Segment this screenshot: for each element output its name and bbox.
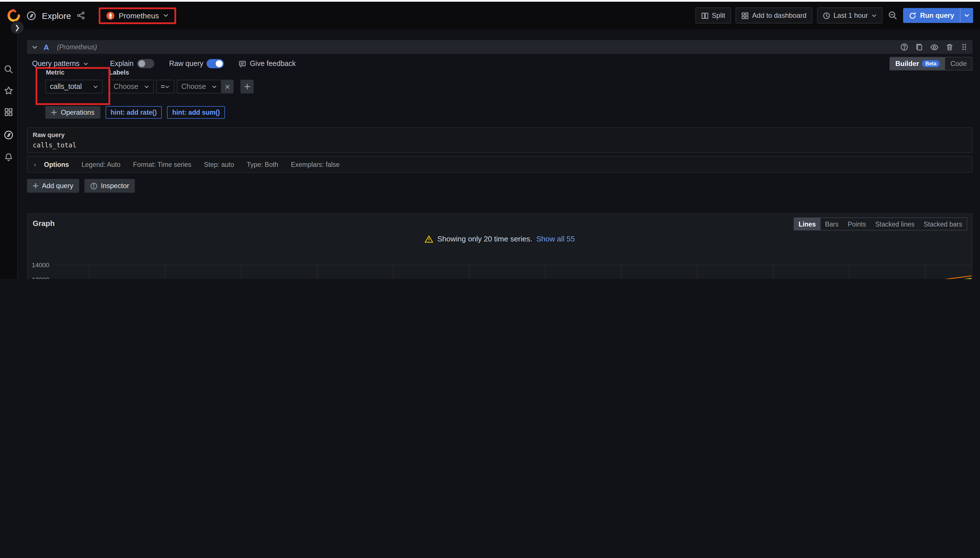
graph-mode-lines[interactable]: Lines (794, 218, 821, 230)
raw-query-label: Raw query (33, 131, 967, 138)
time-series-chart[interactable]: 0200040006000800010000120001400023:2523:… (28, 252, 973, 279)
split-button[interactable]: Split (695, 7, 731, 23)
label-operator-select[interactable]: = (156, 80, 174, 94)
chevron-down-icon (93, 84, 98, 89)
left-sidebar (0, 29, 18, 279)
remove-label-filter-button[interactable] (222, 80, 233, 94)
explore-icon[interactable] (4, 130, 13, 140)
beta-badge: Beta (922, 60, 940, 67)
chevron-down-icon (964, 13, 970, 18)
builder-mode-button[interactable]: Builder Beta (890, 57, 945, 70)
operations-row: Operations hint: add rate() hint: add su… (45, 106, 390, 119)
chevron-down-icon (212, 84, 217, 89)
raw-query-value: calls_total (33, 141, 967, 149)
chevron-down-icon (165, 84, 170, 89)
graph-mode-points[interactable]: Points (843, 218, 871, 230)
run-query-dropdown[interactable] (960, 8, 973, 23)
code-mode-button[interactable]: Code (945, 57, 972, 70)
svg-text:12000: 12000 (32, 276, 49, 279)
show-all-series-link[interactable]: Show all 55 (536, 235, 575, 243)
collapse-chevron-icon (31, 44, 38, 50)
hint-add-sum-button[interactable]: hint: add sum() (167, 106, 225, 119)
zoom-out-icon (888, 11, 897, 20)
query-ref-id: A (44, 43, 49, 51)
chevron-down-icon (163, 13, 169, 18)
plus-icon (33, 183, 38, 189)
add-query-button[interactable]: Add query (27, 179, 79, 193)
plus-icon (51, 110, 57, 115)
info-circle-icon (90, 182, 97, 190)
graph-panel-title: Graph (33, 219, 55, 228)
time-range-picker[interactable]: Last 1 hour (817, 7, 882, 23)
graph-panel: Graph LinesBarsPointsStacked linesStacke… (27, 213, 973, 279)
apps-icon (741, 12, 749, 19)
metric-field-label: Metric (46, 69, 64, 76)
refresh-icon (909, 12, 916, 19)
grafana-explore-page: Explore Prometheus (0, 0, 980, 279)
share-icon[interactable] (77, 11, 85, 20)
option-type: Type: Both (247, 161, 278, 168)
graph-mode-stacked-bars[interactable]: Stacked bars (919, 218, 967, 230)
graph-mode-stacked-lines[interactable]: Stacked lines (871, 218, 919, 230)
top-nav: Explore Prometheus (0, 2, 980, 29)
options-label: Options (44, 161, 69, 168)
drag-handle-icon[interactable] (960, 43, 968, 51)
query-toolbar: Query patterns Explain Raw query Give fe… (27, 59, 973, 69)
plus-icon (244, 84, 250, 89)
operations-button[interactable]: Operations (45, 106, 100, 119)
series-limit-warning: Showing only 20 time series. Show all 55 (28, 235, 972, 243)
explain-toggle-group: Explain (110, 59, 154, 68)
option-step: Step: auto (204, 161, 234, 168)
sidebar-expand-button[interactable]: ❯ (10, 21, 24, 34)
label-value-select[interactable]: Choose (177, 80, 222, 94)
search-icon[interactable] (4, 65, 13, 74)
chevron-down-icon (144, 84, 149, 89)
split-icon (701, 12, 708, 19)
svg-text:14000: 14000 (32, 261, 49, 269)
query-row-header[interactable]: A (Prometheus) (27, 40, 973, 54)
alerting-bell-icon[interactable] (4, 153, 13, 162)
add-to-dashboard-button[interactable]: Add to dashboard (735, 7, 812, 23)
chevron-right-icon: › (34, 161, 36, 168)
option-exemplars: Exemplars: false (291, 161, 340, 168)
chevron-down-icon (871, 13, 876, 18)
run-query-button[interactable]: Run query (903, 8, 973, 23)
raw-query-preview: Raw query calls_total (27, 127, 973, 153)
option-legend: Legend: Auto (82, 161, 120, 168)
prometheus-icon (106, 11, 115, 20)
explain-toggle[interactable] (137, 59, 154, 68)
query-datasource-hint: (Prometheus) (57, 44, 97, 51)
query-help-icon[interactable] (900, 43, 908, 51)
query-patterns-dropdown[interactable]: Query patterns (32, 60, 88, 68)
hint-add-rate-button[interactable]: hint: add rate() (105, 106, 162, 119)
grafana-logo[interactable] (7, 8, 21, 22)
chevron-down-icon (83, 61, 88, 66)
duplicate-query-icon[interactable] (915, 43, 923, 51)
zoom-out-button[interactable] (887, 8, 898, 23)
page-title: Explore (42, 11, 71, 20)
datasource-picker[interactable]: Prometheus (99, 7, 176, 24)
graph-mode-bars[interactable]: Bars (821, 218, 843, 230)
option-format: Format: Time series (133, 161, 191, 168)
add-label-filter-button[interactable] (240, 80, 253, 94)
hide-response-eye-icon[interactable] (930, 43, 939, 51)
label-key-select[interactable]: Choose (109, 80, 154, 94)
clock-icon (822, 12, 830, 19)
close-icon (225, 84, 230, 89)
delete-query-trash-icon[interactable] (945, 43, 954, 51)
query-actions: Add query Inspector (27, 179, 973, 193)
editor-mode-toggle: Builder Beta Code (890, 57, 973, 71)
query-options-row[interactable]: › Options Legend: Auto Format: Time seri… (27, 156, 973, 172)
starred-icon[interactable] (4, 86, 13, 95)
comment-icon (239, 60, 247, 67)
warning-triangle-icon (424, 235, 433, 243)
raw-query-toggle-group: Raw query (169, 59, 224, 68)
graph-mode-switcher: LinesBarsPointsStacked linesStacked bars (794, 217, 967, 231)
dashboards-icon[interactable] (4, 108, 13, 117)
inspector-button[interactable]: Inspector (84, 179, 135, 193)
datasource-name: Prometheus (119, 11, 159, 20)
metric-select[interactable]: calls_total (45, 80, 103, 94)
explore-compass-icon (26, 11, 36, 20)
raw-query-toggle[interactable] (207, 59, 224, 68)
give-feedback-link[interactable]: Give feedback (239, 60, 296, 68)
